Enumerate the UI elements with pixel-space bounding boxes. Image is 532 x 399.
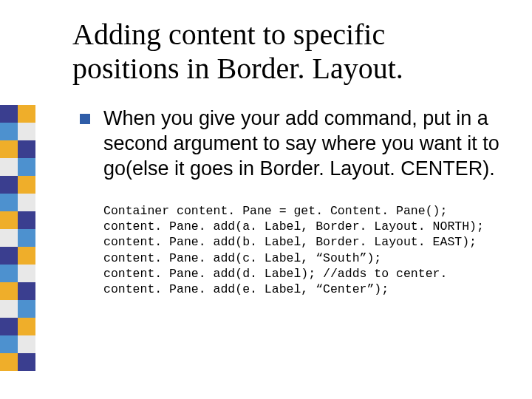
sidebar-cell <box>0 211 18 229</box>
sidebar-cell <box>18 229 35 247</box>
sidebar-cell <box>0 158 18 176</box>
sidebar-cell <box>18 318 35 335</box>
sidebar-cell <box>18 140 35 158</box>
sidebar-cell <box>18 211 35 229</box>
sidebar-cell <box>18 335 35 353</box>
sidebar-cell <box>0 300 18 318</box>
slide-body: When you give your add command, put in a… <box>72 106 502 297</box>
title-line-1: Adding content to specific <box>72 18 385 51</box>
title-line-2: positions in Border. Layout. <box>72 52 403 85</box>
slide-content: Adding content to specific positions in … <box>72 18 502 377</box>
sidebar-cell <box>18 300 35 318</box>
sidebar-cell <box>18 282 35 300</box>
sidebar-cell <box>18 123 35 140</box>
sidebar-cell <box>0 282 18 300</box>
sidebar-cell <box>0 229 18 247</box>
sidebar-cell <box>18 265 35 282</box>
sidebar-cell <box>0 247 18 265</box>
sidebar-cell <box>0 265 18 282</box>
sidebar-cell <box>0 318 18 335</box>
sidebar-cell <box>18 158 35 176</box>
sidebar-cell <box>0 140 18 158</box>
bullet-text: When you give your add command, put in a… <box>103 106 502 181</box>
sidebar-cell <box>0 194 18 211</box>
sidebar-cell <box>18 194 35 211</box>
square-bullet-icon <box>80 114 90 124</box>
sidebar-cell <box>0 123 18 140</box>
sidebar-cell <box>18 247 35 265</box>
slide-title: Adding content to specific positions in … <box>72 18 502 86</box>
sidebar-cell <box>18 176 35 194</box>
sidebar-cell <box>0 105 18 123</box>
code-block: Container content. Pane = get. Content. … <box>103 203 502 297</box>
sidebar-cell <box>18 353 35 371</box>
sidebar-cell <box>0 176 18 194</box>
sidebar-cell <box>18 105 35 123</box>
sidebar-cell <box>0 335 18 353</box>
sidebar-cell <box>0 353 18 371</box>
bullet-item: When you give your add command, put in a… <box>72 106 502 181</box>
